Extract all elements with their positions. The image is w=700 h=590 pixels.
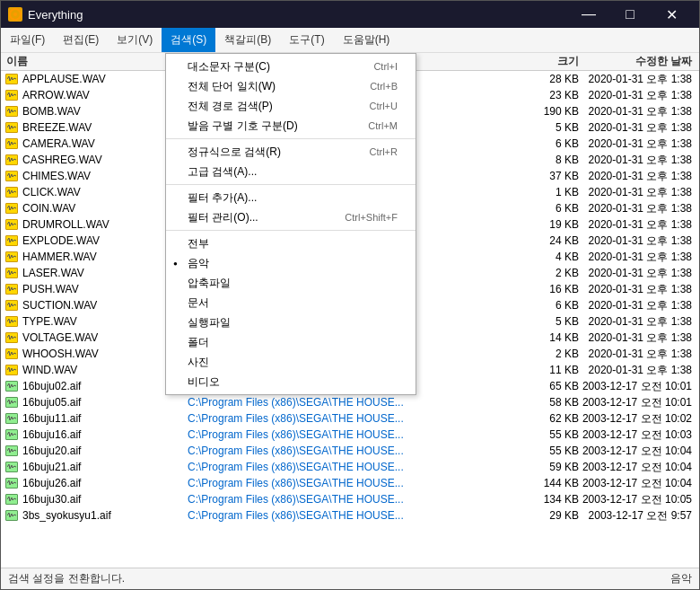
search-menu-item-photo[interactable]: 사진 xyxy=(166,352,416,372)
menu-item-label: 고급 검색(A)... xyxy=(188,164,257,180)
menu-edit[interactable]: 편집(E) xyxy=(54,28,108,52)
menu-item-label: 전부 xyxy=(188,236,209,251)
menu-item-shortcut: Ctrl+M xyxy=(368,120,398,131)
title-bar-controls: — □ ✕ xyxy=(568,1,692,28)
menu-item-label: 사진 xyxy=(188,355,209,370)
search-menu-item-archive[interactable]: 압축파일 xyxy=(166,273,416,293)
svg-point-1 xyxy=(13,13,17,16)
menu-search[interactable]: 검색(S) xyxy=(162,28,215,52)
menu-item-shortcut: Ctrl+B xyxy=(370,81,398,92)
menu-file[interactable]: 파일(F) xyxy=(1,28,54,52)
menu-item-label: 실행파일 xyxy=(188,315,231,330)
minimize-button[interactable]: — xyxy=(568,1,609,28)
menu-separator xyxy=(166,184,416,185)
menu-separator xyxy=(166,230,416,231)
menu-bookmark[interactable]: 책갈피(B) xyxy=(215,28,280,52)
menu-item-label: 전체 경로 검색(P) xyxy=(188,99,273,114)
menu-help[interactable]: 도움말(H) xyxy=(334,28,399,52)
menu-item-label: 발음 구별 기호 구분(D) xyxy=(188,119,298,134)
menu-item-label: 전체 단어 일치(W) xyxy=(188,79,276,94)
status-left: 검색 설정을 전환합니다. xyxy=(8,571,125,586)
title-bar: Everything — □ ✕ xyxy=(1,1,699,28)
menu-bar: 파일(F) 편집(E) 보기(V) 검색(S) 책갈피(B) 도구(T) 도움말… xyxy=(1,28,699,53)
menu-view[interactable]: 보기(V) xyxy=(108,28,162,52)
dropdown-overlay[interactable]: 대소문자 구분(C)Ctrl+I전체 단어 일치(W)Ctrl+B전체 경로 검… xyxy=(1,53,699,568)
menu-item-label: 필터 추가(A)... xyxy=(188,190,257,206)
status-right: 음악 xyxy=(670,571,692,586)
menu-item-shortcut: Ctrl+R xyxy=(370,146,398,157)
menu-item-shortcut: Ctrl+I xyxy=(373,61,398,72)
search-menu-item-wholepath[interactable]: 전체 경로 검색(P)Ctrl+U xyxy=(166,96,416,116)
menu-item-label: 압축파일 xyxy=(188,276,231,291)
search-menu-item-all[interactable]: 전부 xyxy=(166,233,416,253)
search-dropdown-menu: 대소문자 구분(C)Ctrl+I전체 단어 일치(W)Ctrl+B전체 경로 검… xyxy=(165,53,416,395)
menu-item-shortcut: Ctrl+U xyxy=(370,101,398,111)
menu-item-shortcut: Ctrl+Shift+F xyxy=(345,212,398,223)
search-menu-item-addfilter[interactable]: 필터 추가(A)... xyxy=(166,188,416,207)
search-menu-item-regex[interactable]: 정규식으로 검색(R)Ctrl+R xyxy=(166,142,416,162)
status-bar: 검색 설정을 전환합니다. 음악 xyxy=(1,568,699,589)
search-menu-item-diacritics[interactable]: 발음 구별 기호 구분(D)Ctrl+M xyxy=(166,116,416,136)
menu-item-label: 필터 관리(O)... xyxy=(188,210,258,225)
search-menu-item-executable[interactable]: 실행파일 xyxy=(166,313,416,332)
menu-item-label: 비디오 xyxy=(188,374,220,390)
content-wrapper: 이름 크기 수정한 날짜 APPLAUSE.WAVft OfficeWr...2… xyxy=(1,53,699,568)
app-window: Everything — □ ✕ 파일(F) 편집(E) 보기(V) 검색(S)… xyxy=(0,0,700,590)
search-menu-item-video[interactable]: 비디오 xyxy=(166,372,416,392)
search-menu-item-wholeword[interactable]: 전체 단어 일치(W)Ctrl+B xyxy=(166,76,416,96)
menu-item-label: 음악 xyxy=(188,256,209,271)
menu-item-label: 문서 xyxy=(188,295,209,311)
menu-item-label: 폴더 xyxy=(188,335,209,350)
search-menu-item-managefilter[interactable]: 필터 관리(O)...Ctrl+Shift+F xyxy=(166,207,416,227)
menu-item-label: 대소문자 구분(C) xyxy=(188,59,270,75)
maximize-button[interactable]: □ xyxy=(609,1,651,28)
search-menu-item-audio[interactable]: 음악 xyxy=(166,253,416,273)
title-bar-left: Everything xyxy=(8,7,83,22)
search-menu-item-advanced[interactable]: 고급 검색(A)... xyxy=(166,162,416,181)
search-menu-item-document[interactable]: 문서 xyxy=(166,293,416,313)
search-menu-item-folder[interactable]: 폴더 xyxy=(166,332,416,352)
menu-tools[interactable]: 도구(T) xyxy=(280,28,333,52)
menu-item-label: 정규식으로 검색(R) xyxy=(188,145,281,160)
close-button[interactable]: ✕ xyxy=(651,1,692,28)
app-title: Everything xyxy=(28,8,83,22)
app-icon xyxy=(8,7,22,22)
search-menu-item-case[interactable]: 대소문자 구분(C)Ctrl+I xyxy=(166,57,416,76)
menu-separator xyxy=(166,138,416,139)
